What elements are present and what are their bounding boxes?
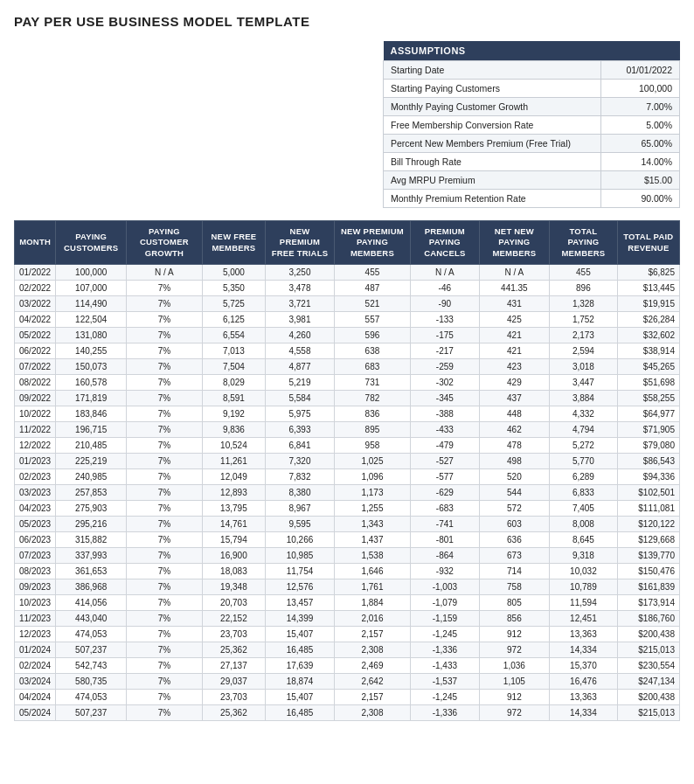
table-cell: 9,836 [202, 422, 266, 438]
table-row: 12/2022210,4857%10,5246,841958-4794785,2… [15, 438, 680, 454]
table-cell: N / A [127, 265, 202, 281]
table-cell: 431 [479, 296, 550, 312]
table-cell: 7% [127, 658, 202, 674]
table-cell: 5,219 [266, 375, 335, 391]
table-cell: 2,157 [334, 690, 410, 705]
table-cell: 7% [127, 391, 202, 406]
table-row: 10/2022183,8467%9,1925,975836-3884484,33… [15, 406, 680, 422]
table-cell: 7,504 [202, 359, 266, 375]
table-cell: 2,016 [334, 611, 410, 627]
table-cell: 1,025 [334, 454, 410, 469]
table-row: 03/2022114,4907%5,7253,721521-904311,328… [15, 296, 680, 312]
table-cell: 507,237 [56, 705, 127, 721]
table-cell: $6,825 [617, 265, 679, 281]
column-header: TOTAL PAYING MEMBERS [550, 221, 617, 265]
table-cell: -1,336 [411, 705, 479, 721]
table-cell: $26,284 [617, 312, 679, 328]
table-cell: 6,554 [202, 328, 266, 343]
table-cell: 15,794 [202, 532, 266, 548]
table-cell: -1,537 [411, 674, 479, 690]
table-row: 02/2022107,0007%5,3503,478487-46441.3589… [15, 281, 680, 296]
table-cell: 580,735 [56, 674, 127, 690]
table-cell: 3,884 [550, 391, 617, 406]
table-cell: 544 [479, 485, 550, 501]
table-cell: 7% [127, 579, 202, 595]
table-cell: $45,265 [617, 359, 679, 375]
table-cell: 257,853 [56, 485, 127, 501]
table-cell: 01/2022 [15, 265, 56, 281]
table-row: 04/2024474,0537%23,70315,4072,157-1,2459… [15, 690, 680, 705]
table-cell: $51,698 [617, 375, 679, 391]
table-cell: 05/2024 [15, 705, 56, 721]
table-cell: 421 [479, 343, 550, 359]
table-cell: 16,900 [202, 548, 266, 564]
table-cell: $200,438 [617, 627, 679, 642]
table-row: 07/2022150,0737%7,5044,877683-2594233,01… [15, 359, 680, 375]
assumption-label: Avg MRPU Premium [384, 171, 601, 190]
table-cell: 1,538 [334, 548, 410, 564]
table-cell: 114,490 [56, 296, 127, 312]
table-cell: 02/2022 [15, 281, 56, 296]
column-header: PAYING CUSTOMER GROWTH [127, 221, 202, 265]
table-cell: 06/2023 [15, 532, 56, 548]
table-cell: 07/2022 [15, 359, 56, 375]
table-cell: 7% [127, 469, 202, 485]
table-cell: 150,073 [56, 359, 127, 375]
table-cell: 11/2023 [15, 611, 56, 627]
table-cell: 1,096 [334, 469, 410, 485]
assumption-value: $15.00 [601, 171, 680, 190]
table-cell: 01/2024 [15, 642, 56, 658]
table-cell: 7% [127, 359, 202, 375]
table-cell: 912 [479, 627, 550, 642]
main-table-wrapper: MONTHPAYING CUSTOMERSPAYING CUSTOMER GRO… [14, 220, 680, 721]
table-cell: 10,985 [266, 548, 335, 564]
table-cell: 7% [127, 375, 202, 391]
table-cell: 603 [479, 517, 550, 532]
table-cell: $161,839 [617, 579, 679, 595]
table-cell: 8,591 [202, 391, 266, 406]
table-cell: 421 [479, 328, 550, 343]
table-cell: 13,363 [550, 690, 617, 705]
table-cell: 10,789 [550, 579, 617, 595]
table-cell: 856 [479, 611, 550, 627]
table-cell: 08/2023 [15, 564, 56, 579]
table-cell: 25,362 [202, 705, 266, 721]
table-cell: -683 [411, 501, 479, 517]
table-cell: 7% [127, 532, 202, 548]
table-cell: 8,029 [202, 375, 266, 391]
table-cell: 14,334 [550, 705, 617, 721]
table-cell: 596 [334, 328, 410, 343]
table-cell: 5,350 [202, 281, 266, 296]
table-cell: 29,037 [202, 674, 266, 690]
table-cell: 4,794 [550, 422, 617, 438]
table-cell: 171,819 [56, 391, 127, 406]
table-cell: 14,399 [266, 611, 335, 627]
table-cell: 542,743 [56, 658, 127, 674]
table-cell: 04/2023 [15, 501, 56, 517]
table-cell: 5,770 [550, 454, 617, 469]
table-cell: 6,289 [550, 469, 617, 485]
table-cell: 6,393 [266, 422, 335, 438]
table-cell: 896 [550, 281, 617, 296]
table-cell: $71,905 [617, 422, 679, 438]
table-cell: 315,882 [56, 532, 127, 548]
table-cell: 7% [127, 690, 202, 705]
table-cell: 12,451 [550, 611, 617, 627]
column-header: TOTAL PAID REVENUE [617, 221, 679, 265]
table-cell: 487 [334, 281, 410, 296]
table-cell: 13,795 [202, 501, 266, 517]
table-cell: -1,003 [411, 579, 479, 595]
table-cell: 437 [479, 391, 550, 406]
assumption-label: Percent New Members Premium (Free Trial) [384, 135, 601, 153]
table-cell: -175 [411, 328, 479, 343]
top-section: ASSUMPTIONS Starting Date01/01/2022Start… [14, 41, 680, 208]
table-cell: 11/2022 [15, 422, 56, 438]
table-cell: 09/2023 [15, 579, 56, 595]
table-cell: $120,122 [617, 517, 679, 532]
table-cell: 160,578 [56, 375, 127, 391]
table-row: 11/2023443,0407%22,15214,3992,016-1,1598… [15, 611, 680, 627]
table-row: 08/2022160,5787%8,0295,219731-3024293,44… [15, 375, 680, 391]
table-cell: 02/2023 [15, 469, 56, 485]
table-cell: 805 [479, 595, 550, 611]
table-row: 04/2022122,5047%6,1253,981557-1334251,75… [15, 312, 680, 328]
